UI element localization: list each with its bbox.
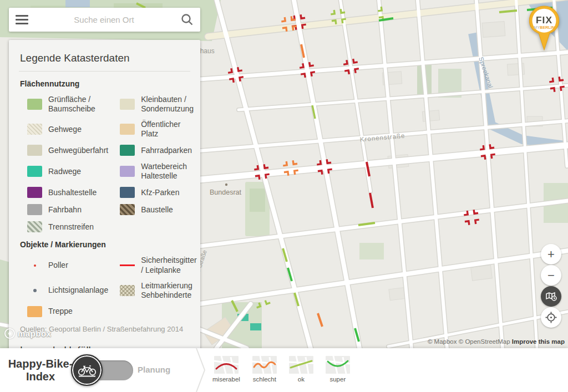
rating-label: ok	[298, 376, 305, 383]
rating-label: miserabel	[212, 376, 240, 383]
map-controls: + −	[541, 244, 561, 328]
rating-label: super	[329, 376, 346, 383]
rating-label: schlecht	[253, 376, 276, 383]
menu-icon[interactable]	[9, 15, 34, 24]
legend-panel: Legende Katasterdaten Flächennutzung Grü…	[9, 40, 200, 365]
legend-item-label: Poller	[48, 261, 68, 270]
legend-item: Treppe	[19, 306, 108, 317]
legend-swatch	[120, 204, 135, 215]
section-heading-objekte: Objekte / Markierungen	[20, 240, 190, 249]
legend-item: Fahrradparken	[111, 145, 194, 156]
toggle-knob[interactable]	[71, 354, 103, 386]
legend-swatch	[120, 124, 135, 135]
mapbox-logo-icon	[4, 328, 15, 339]
fixmyberlin-logo[interactable]: FIX MYBERLIN	[526, 4, 562, 52]
legend-marker	[120, 260, 135, 271]
legend-item-label: Gehwege	[48, 125, 82, 134]
legend-swatch	[120, 99, 135, 110]
legend-item-label: Grünfläche / Baumscheibe	[48, 95, 108, 114]
legend-swatch	[27, 221, 42, 232]
legend-title: Legende Katasterdaten	[19, 49, 190, 71]
legend-grid-objekte: Poller Sicherheitsgitter / Leitplanke Li…	[19, 256, 190, 317]
legend-grid-flaechennutzung: Grünfläche / Baumscheibe Kleinbauten / S…	[19, 95, 190, 232]
legend-item-label: Leitmarkierung Sehbehinderte	[141, 281, 196, 300]
legend-item: Bushaltestelle	[19, 187, 108, 198]
logo-text-fix: FIX	[536, 14, 552, 26]
zoom-out-button[interactable]: −	[541, 265, 561, 286]
legend-swatch	[120, 145, 135, 156]
map-attribution: © Mapbox © OpenStreetMap Improve this ma…	[428, 338, 565, 345]
rating-thumb	[289, 356, 313, 374]
rating-legend: miserabel schlecht ok	[212, 356, 350, 383]
legend-swatch	[27, 187, 42, 198]
legend-item: Trennstreifen	[19, 221, 108, 232]
legend-item: Lichtsignalanlage	[19, 281, 108, 300]
legend-swatch	[120, 166, 135, 177]
search-bar	[9, 8, 200, 32]
legend-item-label: Öffentlicher Platz	[141, 120, 194, 139]
section-heading-flaechennutzung: Flächennutzung	[20, 79, 190, 88]
legend-item: Kleinbauten / Sondernutzung	[111, 95, 194, 114]
legend-swatch	[27, 99, 42, 110]
app-window: Torhaus Kronenstraße Bundesrat auer Stra…	[0, 0, 568, 392]
legend-item-label: Kfz-Parken	[141, 188, 179, 197]
legend-item-label: Kleinbauten / Sondernutzung	[141, 95, 194, 114]
bike-icon	[77, 363, 97, 378]
legend-swatch	[27, 124, 42, 135]
rating-item-ok: ok	[289, 356, 313, 383]
improve-map-link[interactable]: Improve this map	[512, 338, 565, 345]
legend-item-label: Treppe	[48, 307, 73, 316]
rating-item-super: super	[326, 356, 350, 383]
rating-item-miserabel: miserabel	[212, 356, 240, 383]
planung-label[interactable]: Planung	[138, 365, 170, 374]
legend-swatch	[27, 166, 42, 177]
legend-item-label: Trennstreifen	[48, 222, 94, 232]
rating-thumb	[326, 356, 350, 374]
legend-item: Grünfläche / Baumscheibe	[19, 95, 108, 114]
map-style-icon	[546, 292, 557, 301]
zoom-in-button[interactable]: +	[541, 244, 561, 264]
legend-item: Baustelle	[111, 204, 194, 215]
search-icon[interactable]	[174, 13, 200, 26]
rating-thumb	[252, 356, 277, 374]
search-input[interactable]	[34, 15, 174, 24]
legend-item: Sicherheitsgitter / Leitplanke	[111, 256, 196, 274]
logo-text-myberlin: MYBERLIN	[534, 26, 554, 30]
legend-marker	[27, 260, 42, 271]
legend-item: Fahrbahn	[19, 204, 108, 215]
legend-item: Kfz-Parken	[111, 187, 194, 198]
legend-swatch	[27, 145, 42, 156]
legend-item: Radwege	[19, 162, 108, 181]
legend-item-label: Sicherheitsgitter / Leitplanke	[141, 256, 196, 274]
legend-item: Leitmarkierung Sehbehinderte	[111, 281, 196, 300]
mode-toggle[interactable]	[71, 354, 133, 386]
rating-item-schlecht: schlecht	[252, 356, 277, 383]
legend-item: Öffentlicher Platz	[111, 120, 194, 139]
section-chevron	[194, 348, 206, 392]
legend-item-label: Fahrbahn	[48, 205, 82, 215]
legend-item-label: Radwege	[48, 167, 81, 176]
legend-marker	[27, 285, 42, 296]
attribution-text: © Mapbox © OpenStreetMap	[428, 338, 510, 345]
locate-button[interactable]	[541, 307, 561, 328]
locate-icon	[545, 312, 557, 323]
legend-item: Gehwegüberfahrt	[19, 145, 108, 156]
mapbox-logo[interactable]: mapbox	[4, 328, 52, 339]
legend-swatch	[120, 285, 135, 296]
legend-item-label: Bushaltestelle	[48, 188, 97, 197]
legend-item-label: Wartebereich Haltestelle	[141, 162, 194, 181]
legend-swatch	[27, 306, 42, 317]
legend-swatch	[27, 204, 42, 215]
bottom-bar: Happy-Bike-Index Planung	[0, 348, 568, 392]
map-style-button[interactable]	[541, 286, 561, 307]
legend-item: Gehwege	[19, 120, 108, 139]
divider	[19, 71, 190, 72]
rating-thumb	[214, 356, 239, 374]
legend-item: Poller	[19, 256, 108, 274]
legend-item-label: Fahrradparken	[141, 146, 192, 155]
legend-item-label: Lichtsignalanlage	[48, 286, 108, 295]
mapbox-logo-text: mapbox	[18, 329, 52, 338]
legend-item-label: Gehwegüberfahrt	[48, 146, 108, 155]
legend-item: Wartebereich Haltestelle	[111, 162, 194, 181]
happy-bike-index-title: Happy-Bike-Index	[4, 358, 77, 383]
